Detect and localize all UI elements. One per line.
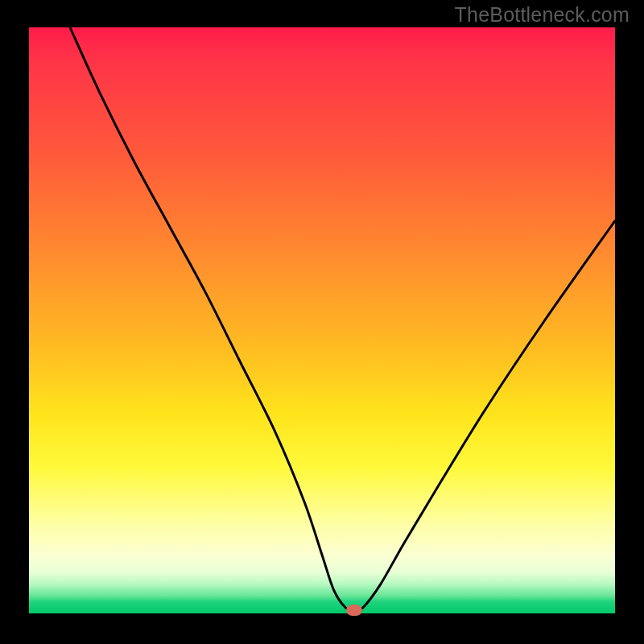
plot-area <box>29 27 615 613</box>
chart-frame: TheBottleneck.com <box>0 0 644 644</box>
bottleneck-curve <box>29 27 615 613</box>
watermark-text: TheBottleneck.com <box>455 3 630 27</box>
minimum-marker <box>346 605 362 616</box>
